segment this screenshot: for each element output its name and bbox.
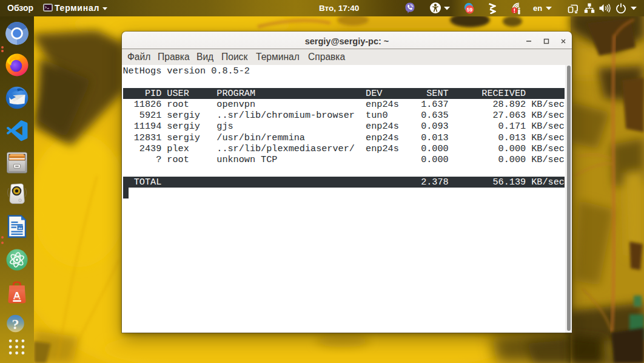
svg-text:59: 59: [467, 7, 473, 13]
svg-text:A: A: [13, 290, 21, 302]
svg-text:?: ?: [12, 316, 19, 332]
